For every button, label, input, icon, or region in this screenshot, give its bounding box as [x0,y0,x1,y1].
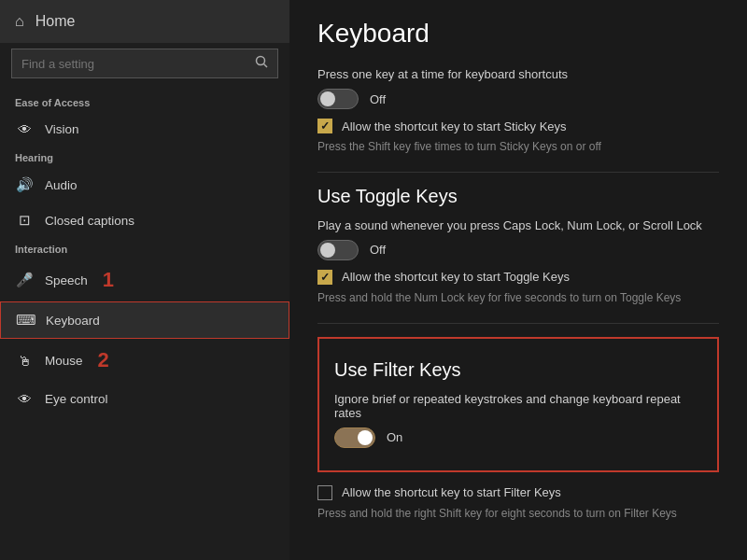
vision-icon: 👁 [15,121,34,137]
divider-2 [317,323,719,324]
vision-label: Vision [45,122,79,136]
sticky-keys-checkmark: ✓ [320,119,330,133]
sidebar-item-keyboard[interactable]: ⌨ Keyboard [0,301,289,339]
eye-control-label: Eye control [45,392,108,406]
sidebar-item-speech[interactable]: 🎤 Speech 1 [0,259,289,301]
filter-keys-checkbox-row: Allow the shortcut key to start Filter K… [317,485,719,500]
sidebar: ⌂ Home Ease of Access 👁 Vision Hearing 🔊… [0,0,289,560]
speech-label: Speech [45,273,88,287]
sidebar-item-vision[interactable]: 👁 Vision [0,112,289,147]
filter-keys-checkbox[interactable] [317,485,332,500]
divider-1 [317,172,719,173]
svg-line-1 [264,64,268,68]
interaction-section-label: Interaction [0,238,289,259]
sticky-keys-checkbox-row: ✓ Allow the shortcut key to start Sticky… [317,119,719,133]
toggle-keys-toggle-label: Off [370,243,386,257]
toggle-keys-toggle-knob [320,243,335,258]
home-label: Home [35,13,76,30]
sidebar-item-captions[interactable]: ⊡ Closed captions [0,203,289,238]
number1-badge: 1 [103,268,114,292]
hearing-section-label: Hearing [0,147,289,167]
sidebar-item-eye-control[interactable]: 👁 Eye control [0,382,289,416]
keyboard-icon: ⌨ [16,312,35,329]
keyboard-label: Keyboard [46,314,100,328]
number2-badge: 2 [98,348,109,372]
ease-of-access-label: Ease of Access [0,91,289,112]
filter-keys-toggle-knob [358,430,373,445]
filter-keys-toggle[interactable] [334,427,375,448]
filter-keys-toggle-row: On [334,427,702,448]
toggle-keys-checkbox-row: ✓ Allow the shortcut key to start Toggle… [317,270,719,285]
page-title: Keyboard [317,19,719,49]
filter-keys-sub-desc: Press and hold the right Shift key for e… [317,506,719,522]
sticky-keys-desc: Press one key at a time for keyboard sho… [317,67,719,81]
search-icon [255,55,268,72]
mouse-icon: 🖱 [15,353,34,369]
sticky-keys-checkbox-label: Allow the shortcut key to start Sticky K… [342,119,567,133]
filter-keys-checkbox-label: Allow the shortcut key to start Filter K… [342,485,561,499]
toggle-keys-checkbox-label: Allow the shortcut key to start Toggle K… [342,270,570,284]
main-content: Keyboard Press one key at a time for key… [289,0,747,560]
sticky-keys-toggle-row: Off [317,89,719,109]
sidebar-item-audio[interactable]: 🔊 Audio [0,167,289,203]
captions-label: Closed captions [45,214,134,228]
sticky-keys-section: Press one key at a time for keyboard sho… [317,67,719,155]
filter-keys-desc: Ignore brief or repeated keystrokes and … [334,392,702,420]
toggle-keys-toggle[interactable] [317,240,359,260]
speech-icon: 🎤 [15,272,34,288]
sticky-keys-toggle-knob [320,91,335,106]
toggle-keys-checkbox[interactable]: ✓ [317,270,332,285]
sticky-keys-checkbox[interactable]: ✓ [317,119,332,133]
audio-icon: 🔊 [15,176,34,193]
sidebar-home-item[interactable]: ⌂ Home [0,0,289,43]
toggle-keys-sub-desc: Press and hold the Num Lock key for five… [317,290,719,306]
eye-control-icon: 👁 [15,391,34,407]
sidebar-item-mouse[interactable]: 🖱 Mouse 2 [0,339,289,382]
sticky-keys-sub-desc: Press the Shift key five times to turn S… [317,139,719,155]
svg-point-0 [257,57,265,65]
mouse-label: Mouse [45,354,83,368]
filter-keys-toggle-label: On [387,430,402,444]
captions-icon: ⊡ [15,212,34,229]
audio-label: Audio [45,178,78,192]
toggle-keys-checkmark: ✓ [320,271,330,284]
search-box[interactable] [11,49,278,78]
sticky-keys-toggle[interactable] [317,89,359,109]
sticky-keys-toggle-label: Off [370,92,386,106]
toggle-keys-desc: Play a sound whenever you press Caps Loc… [317,218,719,232]
toggle-keys-toggle-row: Off [317,240,719,260]
filter-keys-title: Use Filter Keys [334,359,702,381]
filter-keys-section: Use Filter Keys Ignore brief or repeated… [317,337,719,472]
home-icon: ⌂ [15,13,24,30]
search-input[interactable] [21,57,255,71]
toggle-keys-title: Use Toggle Keys [317,186,719,207]
toggle-keys-section: Use Toggle Keys Play a sound whenever yo… [317,186,719,306]
